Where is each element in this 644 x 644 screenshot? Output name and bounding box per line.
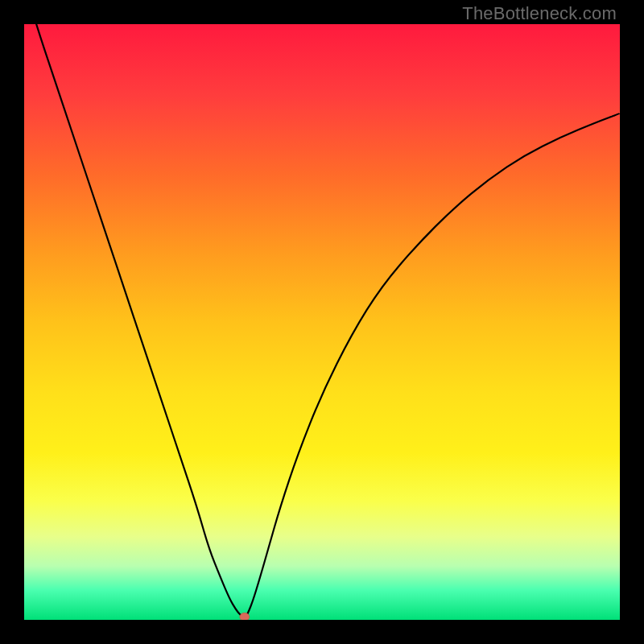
chart-frame: TheBottleneck.com bbox=[0, 0, 644, 644]
watermark-text: TheBottleneck.com bbox=[462, 3, 617, 24]
bottleneck-curve bbox=[24, 24, 620, 617]
plot-area bbox=[24, 24, 620, 620]
minimum-marker bbox=[240, 613, 250, 620]
curve-svg bbox=[24, 24, 620, 620]
